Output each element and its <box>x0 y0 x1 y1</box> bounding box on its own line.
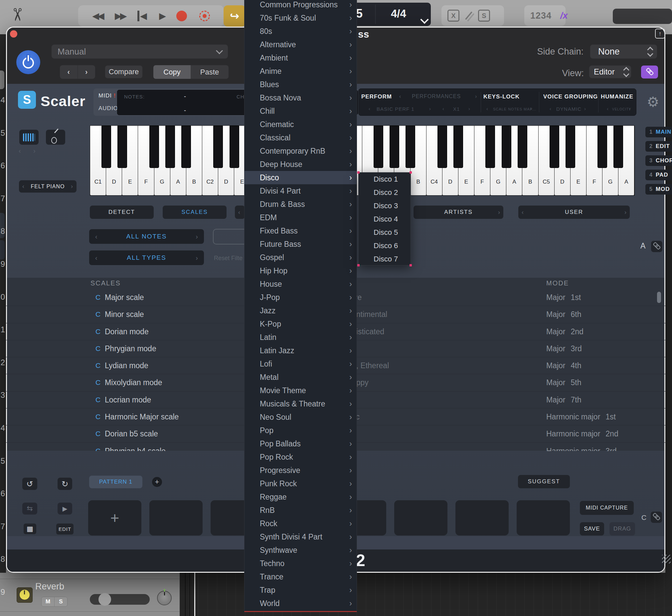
menu-item[interactable]: Hip Hop <box>245 264 357 277</box>
link-button[interactable] <box>641 66 658 78</box>
menu-item[interactable]: Musicals & Theatre <box>245 397 357 410</box>
detect-button[interactable]: DETECT <box>90 206 154 219</box>
view-dropdown[interactable]: Editor <box>589 66 631 78</box>
pan-knob[interactable] <box>157 591 172 605</box>
piano-black-key[interactable] <box>502 126 511 168</box>
piano-black-key[interactable] <box>550 126 559 168</box>
piano-black-key[interactable] <box>518 126 527 168</box>
view-tab[interactable]: 1 MAIN <box>645 127 672 137</box>
view-tab[interactable]: 5 MOD <box>645 184 672 195</box>
user-button[interactable]: ‹ USER › <box>518 206 630 219</box>
pattern-slot[interactable] <box>455 500 509 536</box>
piano-black-key[interactable] <box>149 126 159 168</box>
loop-playback-button[interactable]: ⇆ <box>22 503 37 515</box>
piano-black-key[interactable] <box>566 126 575 168</box>
scale-notes-map-value[interactable]: SCALE NOTES MAP... <box>493 107 536 111</box>
menu-item[interactable]: Contemporary RnB <box>245 144 357 158</box>
menu-item[interactable]: Latin <box>245 331 357 344</box>
performances-label[interactable]: PERFORMANCES <box>412 93 461 99</box>
menu-item[interactable]: Deep House <box>245 158 357 171</box>
menu-item[interactable]: K-Pop <box>245 317 357 331</box>
settings-gear-icon[interactable]: ⚙ <box>647 94 659 110</box>
menu-item[interactable]: Synthwave <box>245 543 357 557</box>
rewind-button[interactable]: ◀◀ <box>92 11 103 21</box>
menu-item[interactable]: Gospel <box>245 251 357 264</box>
piano-black-key[interactable] <box>230 126 239 168</box>
menu-item[interactable]: RnB <box>245 504 357 517</box>
menu-item[interactable]: Drum & Bass <box>245 198 357 211</box>
search-input[interactable] <box>213 229 249 244</box>
chevron-left-icon[interactable]: ‹ <box>486 106 488 111</box>
cycle-record-icon[interactable] <box>199 11 210 21</box>
suggest-button[interactable]: SUGGEST <box>518 475 570 488</box>
pattern-slot[interactable] <box>517 500 570 536</box>
chevron-left-icon[interactable]: ‹ <box>522 209 524 216</box>
plugin-power-button[interactable] <box>16 50 40 74</box>
menu-item[interactable]: Anime <box>245 65 357 78</box>
menu-item[interactable]: Trap <box>245 583 357 597</box>
chevron-right-icon[interactable]: › <box>629 106 631 111</box>
lcd-chevron-down-icon[interactable] <box>420 15 428 24</box>
menu-item[interactable]: Neo Soul <box>245 410 357 424</box>
pattern-slot[interactable] <box>149 500 203 536</box>
count-in-icon[interactable]: 1234 <box>530 11 552 21</box>
humanize-label[interactable]: HUMANIZE <box>601 93 633 100</box>
menu-item[interactable]: World <box>245 597 357 610</box>
menu-item[interactable]: Trance <box>245 570 357 583</box>
guitar-instrument-button[interactable] <box>46 130 65 145</box>
menu-item[interactable]: 70s Funk & Soul <box>245 11 357 25</box>
paste-button[interactable]: Paste <box>191 65 229 79</box>
x1-value[interactable]: X1 <box>453 106 460 112</box>
go-to-beginning-button[interactable]: ◀ <box>137 11 147 21</box>
menu-item[interactable]: Bossa Nova <box>245 91 357 104</box>
menu-item[interactable]: Lofi <box>245 357 357 371</box>
metronome-icon[interactable]: /x <box>560 11 568 21</box>
chevron-right-icon[interactable]: › <box>624 209 626 216</box>
chevron-right-icon[interactable]: › <box>498 209 500 216</box>
menu-item[interactable]: Progressive <box>245 464 357 477</box>
chevron-left-icon[interactable]: ‹ <box>442 106 444 111</box>
piano-black-key[interactable] <box>117 126 127 168</box>
menu-item[interactable]: J-Pop <box>245 291 357 304</box>
submenu-item[interactable]: Disco 4 <box>359 213 411 226</box>
key-link-button[interactable] <box>651 241 662 252</box>
window-resize-grip[interactable] <box>662 555 671 563</box>
record-button[interactable] <box>176 11 187 21</box>
chevron-right-icon[interactable]: › <box>530 106 532 111</box>
copy-button[interactable]: Copy <box>153 65 191 79</box>
inst-prev-icon[interactable]: ‹ <box>19 147 21 155</box>
piano-black-key[interactable] <box>374 126 383 168</box>
voice-grouping-label[interactable]: VOICE GROUPING <box>543 93 598 100</box>
undo-button[interactable]: ↺ <box>22 478 37 490</box>
submenu-item[interactable]: Disco 2 <box>359 186 411 199</box>
menu-item[interactable]: Common Progressions <box>245 0 357 11</box>
chevron-left-icon[interactable]: ‹ <box>22 183 25 190</box>
menu-item[interactable]: Metal <box>245 371 357 384</box>
menu-item[interactable]: Latin Jazz <box>245 344 357 357</box>
inst-next-icon[interactable]: › <box>33 147 36 155</box>
menu-item[interactable]: Punk Rock <box>245 477 357 490</box>
velocity-value[interactable]: VELOCITY <box>612 107 631 111</box>
menu-item[interactable]: Pop <box>245 424 357 437</box>
piano-black-key[interactable] <box>181 126 191 168</box>
play-button[interactable]: ▶ <box>159 11 164 21</box>
edit-button[interactable]: EDIT <box>56 524 74 535</box>
menu-item[interactable]: Future Bass <box>245 237 357 251</box>
menu-item[interactable]: Chill <box>245 104 357 118</box>
window-close-button[interactable] <box>10 30 17 38</box>
list-scrollbar[interactable] <box>657 292 661 303</box>
piano-black-key[interactable] <box>101 126 111 168</box>
pattern-link-button[interactable] <box>651 512 662 523</box>
piano-black-key[interactable] <box>485 126 495 168</box>
menu-item[interactable]: Pop Ballads <box>245 437 357 450</box>
drag-button[interactable]: DRAG <box>609 522 635 536</box>
pattern-slot[interactable]: + <box>88 500 141 536</box>
compare-button[interactable]: Compare <box>105 66 142 78</box>
submenu-item[interactable]: Disco 1 <box>359 173 411 186</box>
loop-mode-button[interactable]: ↪ <box>224 5 246 27</box>
perf-next-icon[interactable]: › <box>475 93 477 99</box>
preset-prev-button[interactable]: ‹ <box>60 65 78 79</box>
menu-item[interactable]: Jazz <box>245 304 357 317</box>
piano-black-key[interactable] <box>613 126 623 168</box>
grid-view-button[interactable]: ▦ <box>24 524 36 534</box>
